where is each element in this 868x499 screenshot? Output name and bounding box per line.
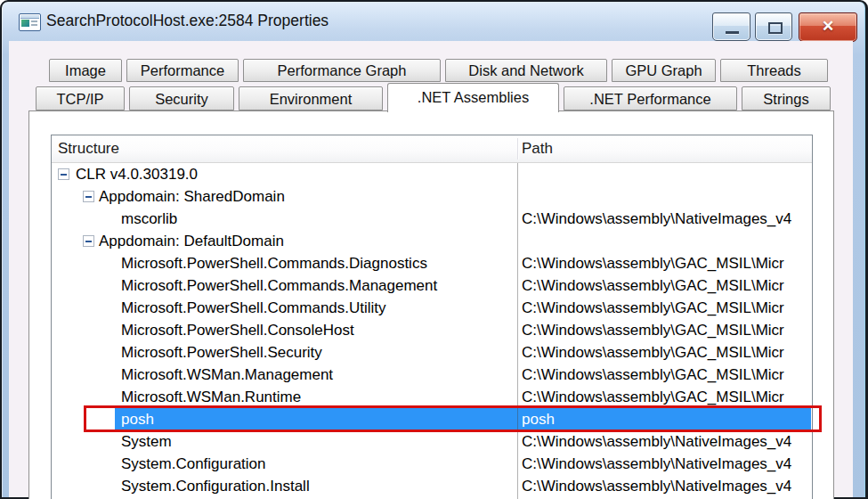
assembly-row-clr-v4-0-30319-0[interactable]: CLR v4.0.30319.0 [52, 163, 811, 185]
tab-performance-graph[interactable]: Performance Graph [243, 59, 441, 82]
assembly-path-label [518, 230, 811, 252]
tab-threads[interactable]: Threads [720, 59, 828, 82]
tab-security[interactable]: Security [129, 86, 234, 110]
tree-collapse-icon[interactable] [58, 168, 69, 180]
assembly-structure-label: Microsoft.PowerShell.Commands.Utility [121, 297, 386, 319]
assembly-path-label: C:\Windows\assembly\GAC_MSIL\Micr [518, 319, 811, 341]
tab-disk-and-network[interactable]: Disk and Network [445, 59, 607, 82]
tab-performance[interactable]: Performance [126, 59, 239, 82]
assembly-path-label: C:\Windows\assembly\GAC_MSIL\Micr [518, 297, 811, 319]
assembly-path-label: C:\Windows\assembly\GAC_MSIL\Micr [518, 386, 811, 408]
tab-row-1: ImagePerformancePerformance GraphDisk an… [49, 59, 832, 82]
app-window-icon [19, 13, 41, 31]
assembly-path-label: C:\Windows\assembly\NativeImages_v4 [518, 208, 811, 230]
assembly-row-microsoft-wsman-runtime[interactable]: Microsoft.WSMan.RuntimeC:\Windows\assemb… [52, 386, 811, 408]
assembly-row-microsoft-powershell-commands-utility[interactable]: Microsoft.PowerShell.Commands.UtilityC:\… [52, 297, 811, 319]
assembly-structure-label: CLR v4.0.30319.0 [76, 163, 198, 185]
assembly-structure-label: System.Configuration [121, 453, 266, 475]
tree-collapse-icon[interactable] [83, 191, 94, 202]
header-column-divider [517, 138, 518, 160]
assembly-row-microsoft-wsman-management[interactable]: Microsoft.WSMan.ManagementC:\Windows\ass… [52, 364, 811, 386]
assembly-row-microsoft-powershell-security[interactable]: Microsoft.PowerShell.SecurityC:\Windows\… [52, 341, 811, 364]
assembly-path-label: C:\Windows\assembly\NativeImages_v4 [518, 475, 811, 497]
tab-gpu-graph[interactable]: GPU Graph [612, 59, 716, 82]
minimize-icon [726, 31, 739, 34]
maximize-icon [768, 22, 783, 34]
maximize-button[interactable] [755, 12, 792, 41]
tab-strings[interactable]: Strings [742, 86, 831, 110]
list-body[interactable]: CLR v4.0.30319.0Appdomain: SharedDomainm… [52, 163, 812, 499]
assembly-structure-label: Microsoft.PowerShell.ConsoleHost [121, 319, 354, 341]
tab-net-assemblies[interactable]: .NET Assemblies [387, 83, 559, 112]
assembly-path-label: C:\Windows\assembly\GAC_MSIL\Micr [518, 341, 811, 364]
assembly-row-system-configuration[interactable]: System.ConfigurationC:\Windows\assembly\… [52, 453, 811, 475]
assembly-path-label: C:\Windows\assembly\NativeImages_v4 [518, 453, 811, 475]
tree-collapse-icon[interactable] [83, 235, 94, 247]
list-header: Structure Path [52, 135, 812, 163]
properties-window: SearchProtocolHost.exe:2584 Properties ✕… [0, 0, 868, 499]
close-icon: ✕ [799, 13, 856, 41]
close-button[interactable]: ✕ [799, 12, 857, 42]
assembly-row-system[interactable]: SystemC:\Windows\assembly\NativeImages_v… [52, 430, 811, 453]
assembly-structure-label: Microsoft.PowerShell.Commands.Management [121, 274, 437, 297]
assembly-structure-label: System [121, 430, 172, 453]
assembly-path-label: C:\Windows\assembly\NativeImages_v4 [518, 430, 811, 453]
assembly-path-label: C:\Windows\assembly\GAC_MSIL\Micr [518, 252, 811, 274]
assembly-structure-label: Microsoft.WSMan.Runtime [121, 386, 301, 408]
titlebar[interactable]: SearchProtocolHost.exe:2584 Properties ✕ [2, 2, 865, 41]
tab-row-2: TCP/IPSecurityEnvironment.NET Assemblies… [36, 86, 835, 110]
tab-net-performance[interactable]: .NET Performance [564, 86, 737, 110]
assembly-row-microsoft-powershell-commands-management[interactable]: Microsoft.PowerShell.Commands.Management… [52, 274, 811, 297]
assembly-structure-label: posh [121, 408, 154, 430]
tab-environment[interactable]: Environment [239, 86, 383, 110]
assembly-row-system-configuration-install[interactable]: System.Configuration.InstallC:\Windows\a… [52, 475, 811, 497]
tab-image[interactable]: Image [49, 59, 122, 82]
window-title: SearchProtocolHost.exe:2584 Properties [46, 2, 329, 41]
assembly-path-label: posh [518, 408, 811, 430]
minimize-button[interactable] [712, 12, 750, 41]
column-header-path[interactable]: Path [522, 135, 553, 162]
assembly-row-mscorlib[interactable]: mscorlibC:\Windows\assembly\NativeImages… [52, 208, 811, 230]
assembly-path-label: C:\Windows\assembly\GAC_MSIL\Micr [518, 364, 811, 386]
assembly-path-label [518, 163, 811, 185]
net-assemblies-tab-page: Structure Path CLR v4.0.30319.0Appdomain… [28, 110, 834, 499]
assembly-structure-label: Appdomain: SharedDomain [99, 185, 285, 208]
assembly-structure-label: mscorlib [121, 208, 177, 230]
assembly-path-label: C:\Windows\assembly\GAC_MSIL\Micr [518, 274, 811, 297]
assembly-structure-label: System.Configuration.Install [121, 475, 310, 497]
assemblies-list[interactable]: Structure Path CLR v4.0.30319.0Appdomain… [51, 135, 813, 499]
column-header-structure[interactable]: Structure [58, 135, 119, 162]
assembly-structure-label: Microsoft.WSMan.Management [121, 364, 333, 386]
assembly-structure-label: Appdomain: DefaultDomain [99, 230, 284, 252]
assembly-structure-label: Microsoft.PowerShell.Security [121, 341, 322, 364]
tab-tcp-ip[interactable]: TCP/IP [36, 86, 125, 110]
assembly-row-posh[interactable]: poshposh [52, 408, 811, 430]
assembly-row-microsoft-powershell-consolehost[interactable]: Microsoft.PowerShell.ConsoleHostC:\Windo… [52, 319, 811, 341]
assembly-path-label [518, 185, 811, 208]
assembly-row-microsoft-powershell-commands-diagnostics[interactable]: Microsoft.PowerShell.Commands.Diagnostic… [52, 252, 811, 274]
assembly-row-appdomain-defaultdomain[interactable]: Appdomain: DefaultDomain [52, 230, 811, 252]
assembly-row-appdomain-shareddomain[interactable]: Appdomain: SharedDomain [52, 185, 811, 208]
assembly-structure-label: Microsoft.PowerShell.Commands.Diagnostic… [121, 252, 427, 274]
dialog-client-area: ImagePerformancePerformance GraphDisk an… [9, 41, 853, 497]
